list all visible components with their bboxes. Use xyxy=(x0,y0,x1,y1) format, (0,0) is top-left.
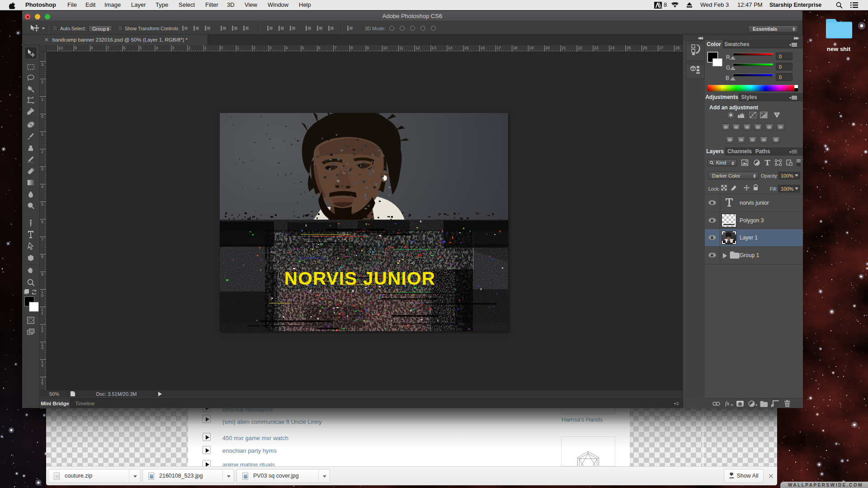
svg-text:NORVIS JUNIOR: NORVIS JUNIOR xyxy=(284,268,435,289)
